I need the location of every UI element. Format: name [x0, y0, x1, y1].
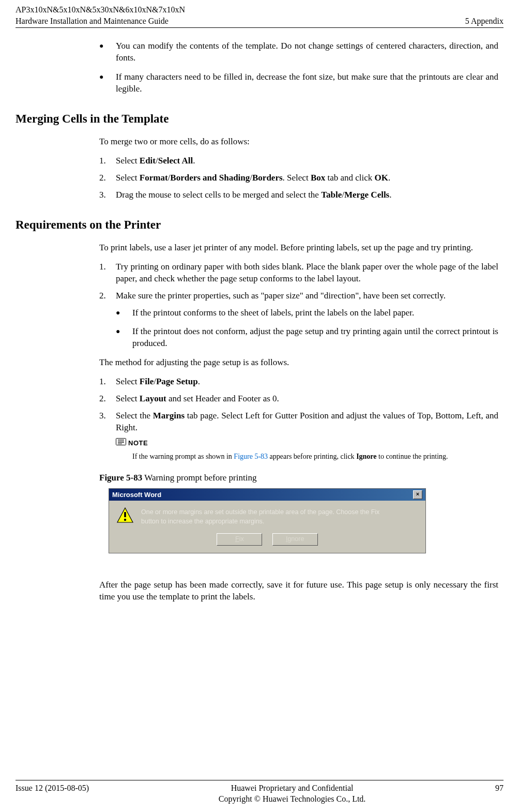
footer-page-number: 97 — [495, 783, 503, 794]
footer-copyright: Copyright © Huawei Technologies Co., Ltd… — [219, 793, 365, 805]
svg-rect-0 — [116, 439, 126, 445]
figure-caption: Figure 5-83 Warning prompt before printi… — [99, 472, 498, 484]
footer-issue: Issue 12 (2015-08-05) — [16, 783, 89, 794]
note-label-text: NOTE — [128, 439, 148, 448]
note-text: If the warning prompt as shown in Figure… — [132, 452, 498, 462]
intro-bullet-item: You can modify the contents of the templ… — [99, 40, 498, 64]
printer-sub-bullet: If the printout does not conform, adjust… — [116, 326, 498, 350]
figure-label: Figure 5-83 — [99, 473, 142, 483]
warning-dialog: Microsoft Word × One or more margins are… — [109, 488, 426, 554]
merging-lead: To merge two or more cells, do as follow… — [99, 136, 498, 148]
dialog-ignore-button[interactable]: Ignore — [272, 533, 318, 546]
note-block: NOTE If the warning prompt as shown in F… — [116, 437, 498, 462]
dialog-close-button[interactable]: × — [413, 490, 422, 499]
printer-step-b: Select the Margins tab page. Select Left… — [99, 410, 498, 462]
intro-bullet-item: If many characters need to be filled in,… — [99, 71, 498, 95]
page-footer: Issue 12 (2015-08-05) Huawei Proprietary… — [16, 780, 503, 805]
header-product-line2: Hardware Installation and Maintenance Gu… — [16, 16, 185, 27]
dialog-message: One or more margins are set outside the … — [141, 507, 379, 526]
figure-caption-text: Warning prompt before printing — [142, 473, 256, 483]
dialog-fix-button[interactable]: Fix — [217, 533, 262, 546]
intro-bullet-list: You can modify the contents of the templ… — [99, 40, 498, 95]
footer-confidential: Huawei Proprietary and Confidential — [219, 783, 365, 794]
header-section: 5 Appendix — [465, 16, 503, 27]
page-header: AP3x10xN&5x10xN&5x30xN&6x10xN&7x10xN Har… — [16, 0, 503, 28]
heading-merging-cells: Merging Cells in the Template — [16, 111, 498, 127]
note-icon — [116, 438, 126, 448]
printer-step: Make sure the printer properties, such a… — [99, 290, 498, 302]
printer-method-lead: The method for adjusting the page setup … — [99, 357, 498, 369]
printer-steps-a: Try printing on ordinary paper with both… — [99, 261, 498, 302]
printer-sub-bullets: If the printout conforms to the sheet of… — [116, 307, 498, 350]
figure-reference-link[interactable]: Figure 5-83 — [234, 453, 268, 460]
merging-step: Drag the mouse to select cells to be mer… — [99, 189, 498, 201]
merging-step: Select Format/Borders and Shading/Border… — [99, 172, 498, 184]
printer-step-b: Select File/Page Setup. — [99, 376, 498, 388]
dialog-title: Microsoft Word — [112, 490, 161, 500]
merging-steps: Select Edit/Select All. Select Format/Bo… — [99, 155, 498, 201]
printer-steps-b: Select File/Page Setup. Select Layout an… — [99, 376, 498, 462]
svg-point-7 — [124, 519, 126, 521]
header-product-line1: AP3x10xN&5x10xN&5x30xN&6x10xN&7x10xN — [16, 4, 185, 16]
printer-step: Try printing on ordinary paper with both… — [99, 261, 498, 285]
printer-lead: To print labels, use a laser jet printer… — [99, 242, 498, 254]
printer-step-b: Select Layout and set Header and Footer … — [99, 393, 498, 405]
printer-closing: After the page setup has been made corre… — [99, 579, 498, 603]
svg-rect-6 — [124, 512, 126, 517]
heading-printer-requirements: Requirements on the Printer — [16, 217, 498, 233]
printer-sub-bullet: If the printout conforms to the sheet of… — [116, 307, 498, 319]
warning-icon — [116, 507, 134, 524]
merging-step: Select Edit/Select All. — [99, 155, 498, 167]
dialog-titlebar: Microsoft Word × — [109, 489, 425, 501]
